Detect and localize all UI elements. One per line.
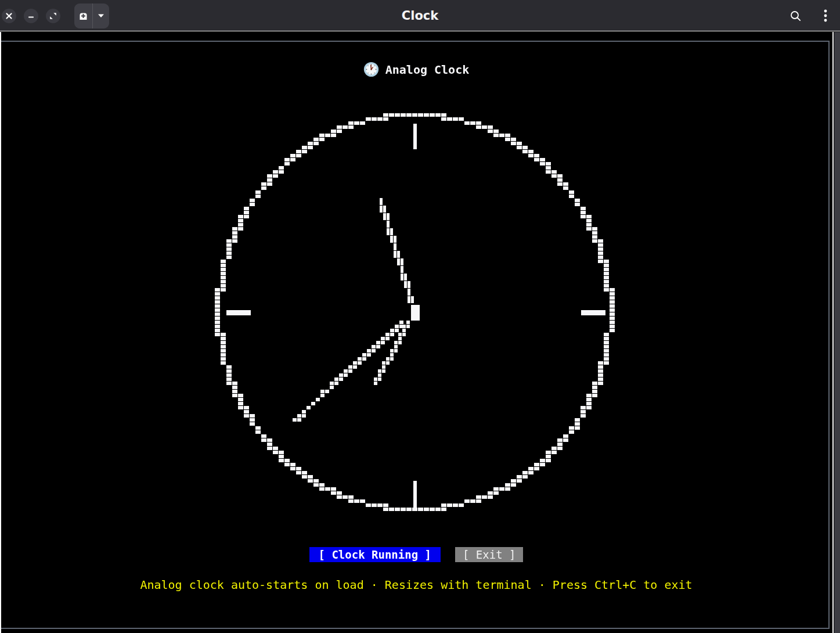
clock-emoji-icon [363,62,379,77]
window-edge-right [832,32,834,633]
close-icon [6,13,12,19]
window-title: Clock [0,0,840,31]
minimize-icon [28,13,34,19]
scrollbar-track[interactable] [834,32,840,633]
window-controls [2,0,109,31]
chevron-down-icon [98,13,104,18]
status-text: Analog clock auto-starts on load · Resiz… [140,578,692,592]
close-button[interactable] [2,9,16,23]
restore-icon [49,12,57,20]
minimize-button[interactable] [24,9,38,23]
status-row: Analog clock auto-starts on load · Resiz… [0,578,832,592]
search-button[interactable] [785,6,805,26]
window-edge-left [0,32,1,633]
new-tab-split-button [74,3,109,28]
titlebar: Clock [0,0,840,31]
titlebar-right-controls [785,0,835,31]
kebab-menu-icon [824,9,827,22]
terminal-area: Analog Clock [ Clock Running ] [ Exit ] … [0,32,840,633]
new-tab-menu-button[interactable] [93,3,109,28]
search-icon [790,10,801,21]
page-title: Analog Clock [385,63,470,77]
analog-clock-art [0,32,840,633]
clock-running-button[interactable]: [ Clock Running ] [309,547,441,562]
new-tab-button[interactable] [74,3,92,28]
terminal-header: Analog Clock [0,62,832,77]
button-row: [ Clock Running ] [ Exit ] [0,547,832,562]
exit-button[interactable]: [ Exit ] [455,547,524,562]
menu-button[interactable] [816,6,835,26]
restore-button[interactable] [46,9,60,23]
tab-new-icon [78,12,88,20]
